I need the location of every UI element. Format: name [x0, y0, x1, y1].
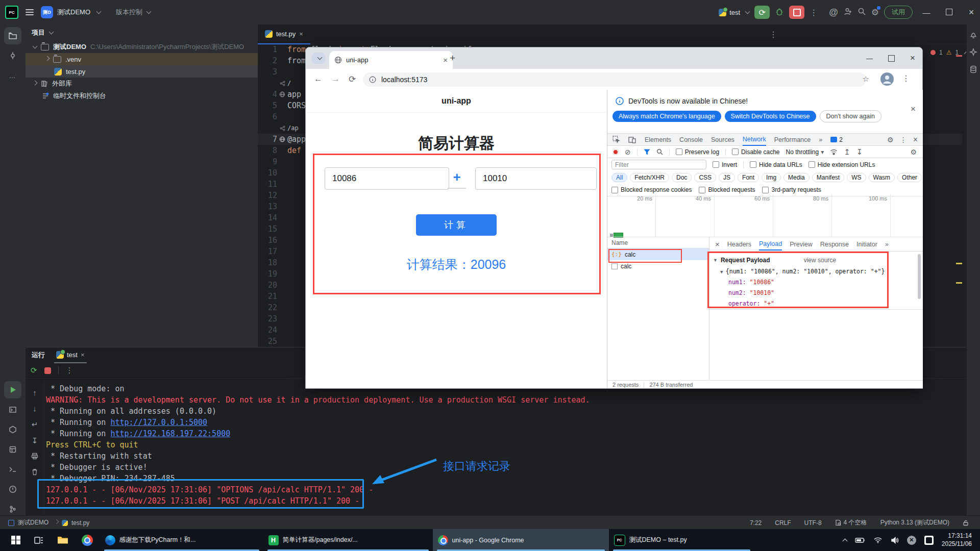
- more-panels-icon[interactable]: »: [819, 134, 822, 145]
- detail-tab-preview[interactable]: Preview: [790, 239, 812, 250]
- run-tab-test[interactable]: test ×: [54, 347, 87, 363]
- services-tool-icon[interactable]: [4, 421, 21, 438]
- chrome-menu-icon[interactable]: ⋮: [902, 73, 910, 83]
- tray-input-method-icon[interactable]: [924, 536, 934, 545]
- forward-icon[interactable]: →: [331, 74, 340, 84]
- close-detail-icon[interactable]: ×: [715, 240, 720, 248]
- profile-avatar[interactable]: [880, 72, 894, 86]
- match-language-button[interactable]: Always match Chrome's language: [612, 111, 721, 122]
- taskbar-app-hbuilder[interactable]: H 简单计算器/pages/index/...: [263, 529, 433, 551]
- ai-assistant-icon[interactable]: [968, 45, 979, 59]
- blocked-requests-checkbox[interactable]: Blocked requests: [699, 186, 755, 193]
- back-icon[interactable]: ←: [314, 74, 323, 84]
- breadcrumb-project[interactable]: 测试DEMO: [18, 518, 48, 527]
- chip-manifest[interactable]: Manifest: [812, 173, 844, 182]
- window-close[interactable]: ×: [963, 7, 980, 18]
- chip-js[interactable]: JS: [719, 173, 735, 182]
- console-output[interactable]: * Debug mode: on WARNING: This is a deve…: [46, 384, 590, 508]
- server-link-lan[interactable]: http://192.168.197.22:5000: [110, 429, 230, 438]
- run-tool-icon[interactable]: [4, 381, 21, 398]
- project-panel-title[interactable]: 项目: [32, 28, 45, 37]
- line-separator[interactable]: CRLF: [775, 519, 791, 527]
- tray-expand-icon[interactable]: [842, 539, 847, 544]
- window-minimize[interactable]: —: [918, 8, 935, 17]
- hide-extension-urls-checkbox[interactable]: Hide extension URLs: [808, 161, 875, 168]
- num1-input[interactable]: 10086: [325, 167, 449, 190]
- chip-ws[interactable]: WS: [847, 173, 866, 182]
- import-har-icon[interactable]: ↥: [844, 147, 850, 157]
- payload-preview-row[interactable]: ▼ {num1: "10086", num2: "10010", operato…: [720, 268, 923, 275]
- wifi-icon[interactable]: [873, 537, 883, 543]
- tab-sources[interactable]: Sources: [711, 134, 734, 145]
- python-interpreter[interactable]: Python 3.13 (测试DEMO): [880, 518, 949, 527]
- print-icon[interactable]: [31, 453, 38, 461]
- inspect-element-icon[interactable]: [612, 136, 620, 143]
- new-tab-icon[interactable]: +: [450, 53, 455, 64]
- add-user-icon[interactable]: [843, 7, 852, 18]
- scroll-to-end-icon[interactable]: ↧: [32, 436, 38, 445]
- filter-input[interactable]: Filter: [611, 160, 706, 169]
- devtools-close-icon[interactable]: ×: [913, 135, 918, 144]
- console-drawer-badge[interactable]: 2: [830, 136, 843, 143]
- chrome-minimize[interactable]: —: [866, 55, 873, 62]
- more-run-actions-icon[interactable]: ⋮: [810, 8, 818, 17]
- reload-icon[interactable]: ⟳: [349, 74, 356, 85]
- chrome-taskbar-icon[interactable]: [82, 535, 93, 546]
- request-payload-title[interactable]: Request Payload: [721, 257, 770, 264]
- blocked-cookies-checkbox[interactable]: Blocked response cookies: [611, 186, 692, 193]
- caret-position[interactable]: 7:22: [750, 519, 762, 527]
- bookmark-star-icon[interactable]: ☆: [863, 74, 869, 84]
- soft-wrap-icon[interactable]: ↵: [32, 420, 38, 429]
- editor-tab-options-icon[interactable]: ⋮: [769, 30, 966, 39]
- stop-icon[interactable]: [44, 367, 51, 374]
- file-encoding[interactable]: UTF-8: [804, 519, 822, 527]
- detail-tab-response[interactable]: Response: [820, 239, 849, 250]
- name-column-header[interactable]: Name: [607, 237, 709, 248]
- tab-close-icon[interactable]: ×: [299, 30, 303, 38]
- copilot-icon[interactable]: @: [829, 7, 838, 18]
- terminal-tool-icon[interactable]: [4, 461, 21, 478]
- chrome-maximize[interactable]: [888, 55, 895, 62]
- debug-button[interactable]: [775, 7, 784, 18]
- run-config-selector[interactable]: test: [719, 9, 749, 16]
- search-icon[interactable]: [857, 7, 866, 17]
- notifications-bell-icon[interactable]: [968, 28, 979, 42]
- devtools-menu-icon[interactable]: ⋮: [900, 136, 907, 144]
- network-settings-icon[interactable]: ⚙: [910, 148, 923, 156]
- up-stack-trace-icon[interactable]: ↑: [33, 388, 37, 397]
- dont-show-again-button[interactable]: Don't show again: [820, 110, 882, 122]
- vcs-menu[interactable]: 版本控制: [116, 8, 151, 17]
- battery-icon[interactable]: [855, 537, 865, 543]
- taskbar-app-chrome[interactable]: uni-app - Google Chrome: [433, 529, 609, 551]
- trial-badge[interactable]: 试用: [884, 6, 913, 19]
- clear-console-icon[interactable]: [31, 468, 38, 477]
- request-row-calc-options[interactable]: calc: [607, 260, 709, 272]
- calculate-button[interactable]: 计算: [416, 214, 497, 236]
- tree-root-row[interactable]: 测试DEMO C:\Users\Administrator\PycharmPro…: [26, 41, 258, 53]
- chip-doc[interactable]: Doc: [672, 173, 692, 182]
- detail-tab-headers[interactable]: Headers: [727, 239, 751, 250]
- hide-data-urls-checkbox[interactable]: Hide data URLs: [750, 161, 802, 168]
- record-network-icon[interactable]: [612, 149, 619, 155]
- third-party-checkbox[interactable]: 3rd-party requests: [762, 186, 821, 193]
- chip-font[interactable]: Font: [738, 173, 759, 182]
- indent-setting[interactable]: 4 个空格: [835, 518, 867, 527]
- server-link[interactable]: http://127.0.0.1:5000: [110, 418, 207, 427]
- devtools-settings-icon[interactable]: ⚙: [887, 136, 894, 144]
- tree-item-testpy[interactable]: test.py: [26, 65, 258, 78]
- operator-picker[interactable]: +: [448, 167, 466, 189]
- file-explorer-icon[interactable]: [57, 536, 68, 545]
- detail-tab-payload[interactable]: Payload: [759, 238, 782, 251]
- rerun-icon[interactable]: ⟳: [31, 366, 37, 375]
- taskbar-clock[interactable]: 17:31:14 2025/11/06: [942, 532, 972, 548]
- search-network-icon[interactable]: [656, 148, 663, 155]
- export-har-icon[interactable]: ↧: [856, 147, 863, 157]
- chip-other[interactable]: Other: [897, 173, 922, 182]
- settings-gear-icon[interactable]: ⚙: [871, 7, 879, 18]
- taskbar-app-pycharm[interactable]: PC 测试DEMO – test.py: [609, 529, 754, 551]
- clear-network-icon[interactable]: ⊘: [625, 148, 631, 156]
- banner-close-icon[interactable]: ×: [911, 104, 916, 114]
- chip-all[interactable]: All: [611, 173, 627, 182]
- project-tool-icon[interactable]: [4, 27, 21, 44]
- num2-input[interactable]: 10010: [475, 167, 597, 190]
